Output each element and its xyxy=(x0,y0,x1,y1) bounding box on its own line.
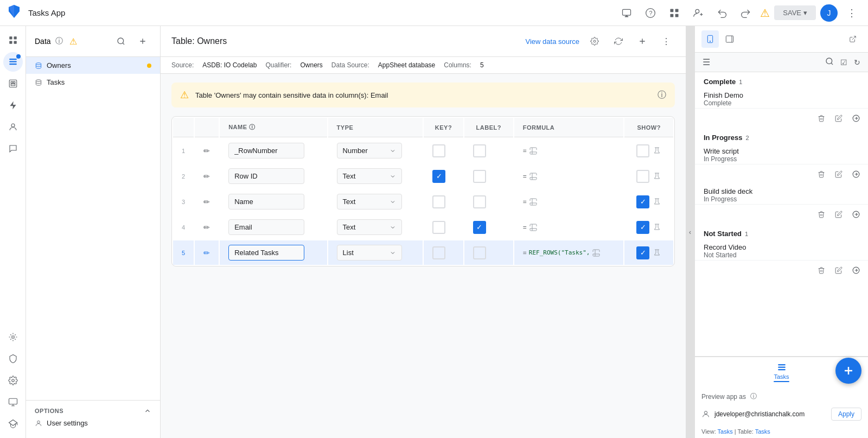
preview-button[interactable] xyxy=(617,3,636,23)
task-delete-button-4[interactable] xyxy=(814,263,829,278)
show-checkbox-3[interactable]: ✓ xyxy=(636,195,649,208)
type-select-4[interactable]: Text xyxy=(337,219,402,235)
task-edit-button-3[interactable] xyxy=(831,207,846,222)
edit-icon-2[interactable]: ✏ xyxy=(203,172,210,181)
label-checkbox-3[interactable] xyxy=(473,195,486,208)
add-user-button[interactable] xyxy=(688,3,708,23)
key-cell-5[interactable] xyxy=(424,240,463,265)
label-checkbox-4[interactable]: ✓ xyxy=(473,221,486,234)
table-more-button[interactable]: ⋮ xyxy=(658,33,675,50)
tasks-nav-item[interactable]: Tasks xyxy=(765,360,797,384)
edit-icon-3[interactable]: ✏ xyxy=(203,198,210,206)
task-nav-button-2[interactable] xyxy=(848,167,864,182)
task-nav-button-1[interactable] xyxy=(848,111,864,126)
user-settings-row[interactable]: User settings xyxy=(35,415,151,431)
key-checkbox-3[interactable] xyxy=(432,195,445,208)
key-checkbox-4[interactable] xyxy=(432,221,445,234)
task-delete-button-1[interactable] xyxy=(814,111,829,126)
more-menu-button[interactable]: ⋮ xyxy=(842,3,861,23)
sidebar-item-chat[interactable] xyxy=(3,139,23,158)
tablet-view-button[interactable] xyxy=(721,30,738,48)
sidebar-table-tasks[interactable]: Tasks xyxy=(26,74,160,91)
add-task-fab[interactable] xyxy=(835,358,861,384)
edit-icon-4[interactable]: ✏ xyxy=(203,223,210,232)
apply-button[interactable]: Apply xyxy=(831,408,861,421)
label-cell-4[interactable]: ✓ xyxy=(464,215,513,239)
edit-cell-4[interactable]: ✏ xyxy=(195,215,219,239)
show-checkbox-5[interactable]: ✓ xyxy=(636,246,649,259)
task-delete-button-3[interactable] xyxy=(814,207,829,222)
task-nav-button-4[interactable] xyxy=(848,263,864,278)
data-search-button[interactable] xyxy=(112,33,130,50)
edit-cell-3[interactable]: ✏ xyxy=(195,189,219,214)
key-checkbox-2[interactable]: ✓ xyxy=(432,170,445,183)
warning-banner-info-icon[interactable]: ⓘ xyxy=(658,90,666,101)
label-cell-5[interactable] xyxy=(464,240,513,265)
table-settings-button[interactable] xyxy=(586,33,603,50)
sidebar-item-app[interactable] xyxy=(3,30,23,50)
save-button[interactable]: SAVE ▾ xyxy=(774,5,816,20)
key-cell-2[interactable]: ✓ xyxy=(424,164,463,188)
key-cell-3[interactable] xyxy=(424,189,463,214)
field-name-4[interactable]: Email xyxy=(228,219,304,235)
type-select-5[interactable]: List xyxy=(337,245,402,261)
preview-search-button[interactable] xyxy=(824,56,835,68)
help-button[interactable]: ? xyxy=(641,3,660,23)
edit-icon-1[interactable]: ✏ xyxy=(203,147,210,155)
edit-cell-2[interactable]: ✏ xyxy=(195,164,219,188)
preview-checkbox-button[interactable]: ☑ xyxy=(839,57,848,68)
key-cell-1[interactable] xyxy=(424,138,463,163)
task-edit-button-1[interactable] xyxy=(831,111,846,126)
redo-button[interactable] xyxy=(736,3,756,23)
field-name-1[interactable]: _RowNumber xyxy=(228,143,304,158)
filter-button[interactable]: ☰ xyxy=(701,56,711,68)
sidebar-table-owners[interactable]: Owners xyxy=(26,57,160,74)
key-checkbox-1[interactable] xyxy=(432,144,445,157)
task-delete-button-2[interactable] xyxy=(814,167,829,182)
label-checkbox-5[interactable] xyxy=(473,246,486,259)
view-tasks-link[interactable]: Tasks xyxy=(718,428,733,435)
show-checkbox-4[interactable]: ✓ xyxy=(636,221,649,234)
sidebar-item-manage[interactable] xyxy=(3,392,23,412)
sidebar-item-users[interactable] xyxy=(3,117,23,137)
field-name-2[interactable]: Row ID xyxy=(228,168,304,184)
sidebar-item-security[interactable] xyxy=(3,349,23,369)
integrations-button[interactable] xyxy=(665,3,684,23)
view-data-source-link[interactable]: View data source xyxy=(526,37,580,46)
type-select-3[interactable]: Text xyxy=(337,194,402,210)
label-cell-3[interactable] xyxy=(464,189,513,214)
sidebar-item-learn[interactable] xyxy=(3,414,23,434)
edit-cell-1[interactable]: ✏ xyxy=(195,138,219,163)
key-cell-4[interactable] xyxy=(424,215,463,239)
sidebar-item-intelligence[interactable] xyxy=(3,327,23,347)
sidebar-item-views[interactable] xyxy=(3,74,23,93)
task-nav-button-3[interactable] xyxy=(848,207,864,222)
external-link-button[interactable] xyxy=(844,30,861,48)
phone-view-button[interactable] xyxy=(701,30,719,48)
edit-icon-5[interactable]: ✏ xyxy=(203,249,210,257)
label-checkbox-1[interactable] xyxy=(473,144,486,157)
preview-refresh-button[interactable]: ↻ xyxy=(853,57,861,68)
sidebar-item-automation[interactable] xyxy=(3,96,23,115)
edit-cell-5[interactable]: ✏ xyxy=(195,240,219,265)
show-checkbox-2[interactable] xyxy=(636,170,649,183)
undo-button[interactable] xyxy=(712,3,732,23)
type-select-1[interactable]: Number xyxy=(337,143,402,158)
data-add-button[interactable] xyxy=(134,33,151,50)
key-checkbox-5[interactable] xyxy=(432,246,445,259)
label-checkbox-2[interactable] xyxy=(473,170,486,183)
table-tasks-link[interactable]: Tasks xyxy=(755,428,770,435)
table-add-column-button[interactable] xyxy=(634,33,651,50)
type-select-2[interactable]: Text xyxy=(337,168,402,184)
label-cell-2[interactable] xyxy=(464,164,513,188)
user-avatar[interactable]: J xyxy=(820,4,838,22)
panel-collapse-button[interactable]: ‹ xyxy=(686,26,694,438)
task-edit-button-4[interactable] xyxy=(831,263,846,278)
field-name-3[interactable]: Name xyxy=(228,194,304,210)
sidebar-item-settings[interactable] xyxy=(3,371,23,390)
table-refresh-button[interactable] xyxy=(610,33,627,50)
show-checkbox-1[interactable] xyxy=(636,144,649,157)
task-edit-button-2[interactable] xyxy=(831,167,846,182)
label-cell-1[interactable] xyxy=(464,138,513,163)
sidebar-item-data[interactable] xyxy=(3,52,23,72)
